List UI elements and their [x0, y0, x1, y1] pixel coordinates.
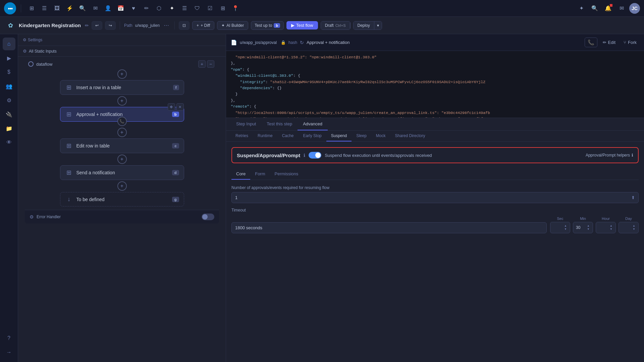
form-tab-form[interactable]: Form — [250, 169, 270, 180]
sec-down-btn[interactable]: ▼ — [564, 228, 567, 231]
error-handler-toggle[interactable] — [202, 214, 214, 220]
nav-star-icon[interactable]: ✦ — [166, 3, 177, 14]
subtab-shared-dir[interactable]: Shared Directory — [390, 131, 430, 141]
deploy-dropdown-button[interactable]: ▾ — [374, 21, 382, 29]
day-input[interactable]: ▲ ▼ — [619, 222, 639, 233]
node-move-icon[interactable]: ✥ — [168, 103, 175, 111]
settings-link[interactable]: ⚙ Settings — [23, 38, 42, 42]
nav-hex-icon[interactable]: ⬡ — [153, 3, 165, 14]
path-menu-icon[interactable]: ⋯ — [164, 22, 169, 28]
day-down-btn[interactable]: ▼ — [632, 228, 636, 231]
sidebar-item-runs[interactable]: ▶ — [3, 52, 15, 64]
search-icon[interactable]: 🔍 — [589, 3, 600, 14]
node-todo[interactable]: ↓ To be defined g — [60, 192, 184, 206]
test-flow-button[interactable]: ▶ Test flow — [286, 21, 318, 29]
user-avatar[interactable]: JC — [629, 3, 640, 14]
phone-action-icon[interactable]: 📞 — [585, 38, 597, 47]
sidebar-item-expand[interactable]: → — [3, 346, 15, 359]
sidebar-item-home[interactable]: ⌂ — [3, 38, 15, 50]
nav-bolt-icon[interactable]: ⚡ — [64, 3, 75, 14]
nav-map-icon[interactable]: 📍 — [230, 3, 241, 14]
nav-users-icon[interactable]: 👤 — [102, 3, 114, 14]
hour-down-btn[interactable]: ▼ — [609, 228, 613, 231]
nav-image-icon[interactable]: 🖼 — [51, 3, 63, 14]
add-after-approval-button[interactable]: + — [117, 128, 127, 137]
sidebar-item-settings[interactable]: ⚙ — [3, 94, 15, 107]
min-spinner[interactable]: ▲ ▼ — [587, 224, 590, 231]
day-up-btn[interactable]: ▲ — [632, 224, 636, 228]
hour-spinner[interactable]: ▲ ▼ — [609, 224, 613, 231]
refresh-icon[interactable]: ↻ — [300, 40, 304, 45]
sidebar-item-files[interactable]: 📁 — [3, 122, 15, 135]
add-after-send-button[interactable]: + — [117, 181, 127, 191]
edit-title-icon[interactable]: ✏ — [85, 23, 89, 28]
node-edit[interactable]: ⊞ Edit row in table c — [60, 138, 184, 153]
nav-heart-icon[interactable]: ♥ — [128, 3, 139, 14]
nav-grid-icon[interactable]: ⊞ — [26, 3, 37, 14]
fork-script-button[interactable]: ⑂ Fork — [621, 39, 639, 46]
sparkle-icon[interactable]: ✦ — [576, 3, 587, 14]
diff-button[interactable]: + + Diff — [192, 21, 214, 30]
test-up-to-button[interactable]: Test up to b — [251, 21, 284, 30]
tab-step-input[interactable]: Step Input — [231, 118, 261, 130]
add-before-insert-button[interactable]: + — [117, 69, 127, 79]
node-close-button[interactable]: ✕ — [176, 103, 184, 111]
sec-spinner[interactable]: ▲ ▼ — [564, 224, 567, 231]
hour-input[interactable]: ▲ ▼ — [596, 222, 616, 233]
min-up-btn[interactable]: ▲ — [587, 224, 590, 228]
tab-advanced[interactable]: Advanced — [298, 118, 328, 130]
message-icon[interactable]: ✉ — [616, 3, 627, 14]
sidebar-item-billing[interactable]: $ — [3, 66, 15, 78]
sec-input[interactable]: ▲ ▼ — [550, 222, 570, 233]
subtab-retries[interactable]: Retries — [231, 131, 253, 141]
subtab-early-stop[interactable]: Early Stop — [298, 131, 326, 141]
suspend-toggle[interactable] — [309, 152, 321, 159]
subtab-runtime[interactable]: Runtime — [253, 131, 277, 141]
add-between-button[interactable]: + — [117, 96, 127, 106]
static-inputs-bar[interactable]: ⚙ All Static Inputs — [18, 46, 226, 57]
form-tab-core[interactable]: Core — [231, 169, 250, 180]
sec-up-btn[interactable]: ▲ — [564, 224, 567, 228]
min-input[interactable]: 30 ▲ ▼ — [573, 222, 593, 233]
node-insert[interactable]: ⊞ Insert a row in a table f — [60, 80, 184, 95]
bell-icon[interactable]: 🔔 — [602, 3, 614, 14]
zoom-in-button[interactable]: + — [198, 60, 206, 68]
nav-bars-icon[interactable]: ☰ — [39, 3, 50, 14]
form-tab-permissions[interactable]: Permissions — [270, 169, 303, 180]
sidebar-item-watch[interactable]: 👁 — [3, 136, 15, 149]
subtab-sleep[interactable]: Sleep — [352, 131, 371, 141]
sidebar-item-help[interactable]: ? — [3, 332, 15, 345]
nav-shield-icon[interactable]: 🛡 — [192, 3, 203, 14]
sidebar-item-users[interactable]: 👥 — [3, 80, 15, 93]
nav-mail-icon[interactable]: ✉ — [90, 3, 101, 14]
edit-script-button[interactable]: ✏ Edit — [600, 39, 618, 46]
subtab-suspend[interactable]: Suspend — [326, 131, 352, 141]
node-approval[interactable]: ✥ ✕ ⊞ Approval + notification b 📞 — [60, 107, 184, 122]
approvals-spinner[interactable]: ⬆ — [631, 195, 635, 200]
view-button[interactable]: ⊡ — [179, 21, 190, 30]
suspend-info-icon[interactable]: ℹ — [304, 153, 305, 158]
hour-up-btn[interactable]: ▲ — [609, 224, 613, 228]
add-after-edit-button[interactable]: + — [117, 155, 127, 164]
nav-check-icon[interactable]: ☑ — [204, 3, 216, 14]
nav-table-icon[interactable]: ⊞ — [217, 3, 228, 14]
nav-search-icon[interactable]: 🔍 — [77, 3, 88, 14]
draft-button[interactable]: Draft Ctrl+S — [321, 21, 350, 29]
nav-calendar-icon[interactable]: 📅 — [115, 3, 126, 14]
app-logo[interactable]: ●●● — [4, 2, 16, 14]
ai-builder-button[interactable]: ✦ AI Builder — [217, 21, 248, 30]
approval-helpers-button[interactable]: Approval/Prompt helpers ℹ — [586, 153, 633, 158]
timeout-value-input[interactable]: 1800 seconds — [231, 222, 547, 233]
subtab-cache[interactable]: Cache — [277, 131, 299, 141]
nav-list-icon[interactable]: ☰ — [179, 3, 190, 14]
redo-button[interactable]: ↪ — [105, 21, 116, 30]
sidebar-item-integrations[interactable]: 🔌 — [3, 108, 15, 121]
tab-test-step[interactable]: Test this step — [261, 118, 298, 130]
zoom-out-button[interactable]: − — [207, 60, 214, 68]
nav-pen-icon[interactable]: ✏ — [141, 3, 152, 14]
approvals-input[interactable]: 1 ⬆ — [231, 192, 639, 203]
day-spinner[interactable]: ▲ ▼ — [632, 224, 636, 231]
min-down-btn[interactable]: ▼ — [587, 228, 590, 231]
node-send[interactable]: ⊞ Send a notification d — [60, 165, 184, 180]
undo-button[interactable]: ↩ — [92, 21, 102, 30]
